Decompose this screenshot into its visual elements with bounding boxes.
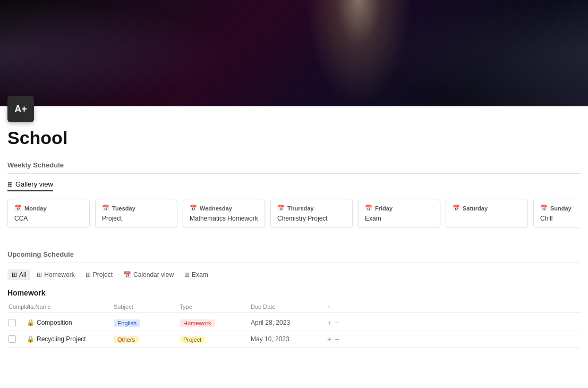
schedule-card[interactable]: 📅 Wednesday Mathematics Homework xyxy=(183,199,265,228)
homework-section: Homework Complet...Aa NameSubjectTypeDue… xyxy=(7,289,581,348)
filter-tab-exam[interactable]: ⊞ Exam xyxy=(180,269,212,280)
type-tag: Project xyxy=(180,336,205,343)
subject-tag: Others xyxy=(114,336,139,343)
row-actions: + − xyxy=(327,318,348,327)
table-row[interactable]: 🔒 Composition English Homework April 28,… xyxy=(7,315,581,331)
card-day: 📅 Sunday xyxy=(540,205,581,212)
subject-cell: Others xyxy=(114,334,177,344)
minus-icon[interactable]: − xyxy=(335,335,339,343)
table-rows: 🔒 Composition English Homework April 28,… xyxy=(7,315,581,348)
card-activity: CCA xyxy=(14,215,83,222)
schedule-card[interactable]: 📅 Sunday Chill xyxy=(533,199,581,228)
hero-banner xyxy=(0,0,588,106)
header-cell: Due Date xyxy=(251,303,325,310)
card-activity: Chemistry Project xyxy=(277,215,346,222)
header-cell: Complet... xyxy=(8,303,24,310)
gallery-icon: ⊞ xyxy=(7,181,13,188)
table-row[interactable]: 🔒 Recycling Project Others Project May 1… xyxy=(7,331,581,348)
weekly-schedule-section: Weekly Schedule ⊞ Gallery view 📅 Monday … xyxy=(7,161,581,234)
row-name: 🔒 Recycling Project xyxy=(27,335,112,343)
lock-icon: 🔒 xyxy=(27,335,35,343)
grid-icon: ⊞ xyxy=(37,271,42,279)
filter-tabs: ⊞ All ⊞ Homework ⊞ Project 📅 Calendar vi… xyxy=(7,269,581,280)
calendar-icon: 📅 xyxy=(365,205,372,212)
table-header: Complet...Aa NameSubjectTypeDue Date+ xyxy=(7,301,581,313)
card-day: 📅 Wednesday xyxy=(190,205,258,212)
card-activity: Project xyxy=(102,215,171,222)
schedule-card[interactable]: 📅 Monday CCA xyxy=(7,199,90,228)
card-day: 📅 Friday xyxy=(365,205,433,212)
plus-icon[interactable]: + xyxy=(327,318,331,327)
subject-cell: English xyxy=(114,318,177,327)
page-icon: A+ xyxy=(7,96,34,122)
page-content: School Weekly Schedule ⊞ Gallery view 📅 … xyxy=(0,128,588,348)
schedule-card[interactable]: 📅 Tuesday Project xyxy=(95,199,177,228)
plus-icon[interactable]: + xyxy=(327,335,331,343)
subject-tag: English xyxy=(114,319,140,327)
schedule-card[interactable]: 📅 Saturday xyxy=(446,199,528,228)
grid-icon: ⊞ xyxy=(86,271,91,279)
row-name: 🔒 Composition xyxy=(27,319,112,326)
card-activity: Chill xyxy=(540,215,581,222)
card-activity: Exam xyxy=(365,215,433,222)
row-checkbox[interactable] xyxy=(8,335,16,343)
schedule-card[interactable]: 📅 Thursday Chemistry Project xyxy=(270,199,353,228)
minus-icon[interactable]: − xyxy=(335,318,339,327)
gallery-view-label: Gallery view xyxy=(15,180,53,188)
lock-icon: 🔒 xyxy=(27,319,35,326)
hero-smoke-right xyxy=(353,0,588,106)
type-cell: Project xyxy=(180,334,249,344)
calendar-icon: 📅 xyxy=(453,205,460,212)
filter-tab-homework[interactable]: ⊞ Homework xyxy=(32,269,79,280)
filter-tab-calendar-view[interactable]: 📅 Calendar view xyxy=(119,269,178,280)
upcoming-schedule-header: Upcoming Schedule xyxy=(7,250,581,263)
grid-icon: ⊞ xyxy=(184,271,190,279)
type-cell: Homework xyxy=(180,318,249,327)
grid-icon: ⊞ xyxy=(12,271,17,279)
homework-group-title: Homework xyxy=(7,289,581,297)
header-cell: Subject xyxy=(114,303,177,310)
view-tabs: ⊞ Gallery view xyxy=(7,180,581,191)
schedule-cards: 📅 Monday CCA 📅 Tuesday Project 📅 Wednesd… xyxy=(7,199,581,234)
calendar-icon: 📅 xyxy=(277,205,285,212)
calendar-icon: 📅 xyxy=(14,205,22,212)
filter-tab-all[interactable]: ⊞ All xyxy=(7,269,30,280)
calendar-icon: 📅 xyxy=(102,205,109,212)
due-date-cell: May 10, 2023 xyxy=(251,335,325,343)
row-actions: + − xyxy=(327,335,348,343)
page-title: School xyxy=(7,128,581,148)
calendar-icon: 📅 xyxy=(540,205,548,212)
calendar-icon: 📅 xyxy=(123,271,131,279)
header-cell: + xyxy=(327,303,348,310)
header-cell: Type xyxy=(180,303,249,310)
calendar-icon: 📅 xyxy=(190,205,197,212)
row-checkbox[interactable] xyxy=(8,319,16,326)
hero-smoke-left xyxy=(0,0,235,106)
card-day: 📅 Tuesday xyxy=(102,205,171,212)
card-day: 📅 Thursday xyxy=(277,205,346,212)
due-date-cell: April 28, 2023 xyxy=(251,319,325,326)
gallery-view-tab[interactable]: ⊞ Gallery view xyxy=(7,180,53,191)
filter-tab-project[interactable]: ⊞ Project xyxy=(81,269,117,280)
type-tag: Homework xyxy=(180,319,215,327)
card-activity: Mathematics Homework xyxy=(190,215,258,222)
schedule-card[interactable]: 📅 Friday Exam xyxy=(358,199,440,228)
header-cell: Aa Name xyxy=(27,303,112,310)
card-day: 📅 Monday xyxy=(14,205,83,212)
upcoming-schedule-section: Upcoming Schedule ⊞ All ⊞ Homework ⊞ Pro… xyxy=(7,250,581,348)
card-day: 📅 Saturday xyxy=(453,205,521,212)
page-icon-wrapper: A+ xyxy=(7,96,588,122)
weekly-schedule-header: Weekly Schedule xyxy=(7,161,581,174)
